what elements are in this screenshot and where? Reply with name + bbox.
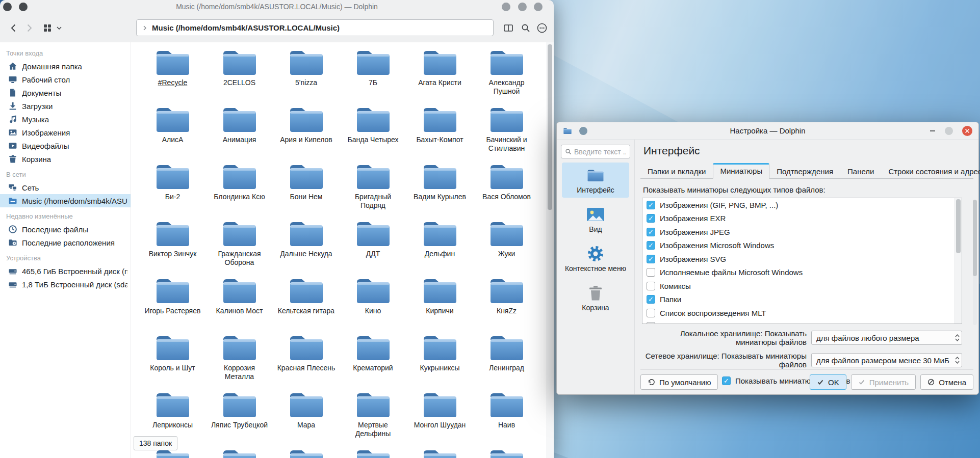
back-button[interactable] — [8, 22, 19, 34]
folder-item[interactable]: Анимация — [206, 103, 273, 160]
folder-item[interactable]: Мертвые Дельфины — [340, 389, 406, 446]
sidebar-item-recent-files[interactable]: Последние файлы — [0, 223, 131, 236]
window-dot-icon[interactable] — [534, 3, 543, 11]
folder-item[interactable]: Бригадный Подряд — [340, 160, 406, 218]
local-storage-combo[interactable]: для файлов любого размера — [811, 331, 962, 345]
folder-item[interactable]: Кино — [340, 275, 406, 332]
file-type-row[interactable] — [642, 320, 962, 325]
folder-item[interactable]: Бони Нем — [273, 160, 340, 218]
settings-category[interactable]: Интерфейс — [562, 163, 629, 198]
file-type-row[interactable]: Изображения EXR — [642, 212, 962, 226]
forward-button[interactable] — [23, 22, 35, 34]
sidebar-item-recent-locations[interactable]: Последние расположения — [0, 236, 131, 249]
file-type-row[interactable]: Изображения Microsoft Windows — [642, 239, 962, 253]
folder-item[interactable]: 7Б — [340, 46, 406, 103]
split-view-button[interactable] — [503, 22, 514, 34]
folder-item[interactable]: Гражданская Оборона — [206, 218, 273, 275]
list-scrollbar[interactable] — [955, 198, 962, 324]
folder-item[interactable] — [273, 446, 340, 458]
file-type-checkbox[interactable] — [647, 214, 655, 223]
folder-item[interactable]: Банда Четырех — [340, 103, 406, 160]
settings-tab[interactable]: Миниатюры — [713, 163, 769, 179]
content-scrollbar[interactable] — [973, 200, 977, 325]
folder-item[interactable]: Калинов Мост — [206, 275, 273, 332]
file-type-checkbox[interactable] — [647, 322, 655, 324]
folder-item[interactable]: #Recycle — [139, 46, 206, 103]
view-mode-dropdown[interactable] — [55, 22, 63, 34]
scrollbar-thumb[interactable] — [548, 44, 552, 210]
apply-button[interactable]: Применить — [851, 374, 916, 390]
folder-item[interactable]: Король и Шут — [139, 332, 206, 389]
folder-item[interactable]: Кукрыниксы — [406, 332, 473, 389]
sidebar-item-network-share[interactable]: Music (/home/dom/smb4k/ASUST… — [0, 194, 131, 207]
file-type-row[interactable]: Исполняемые файлы Microsoft Windows — [642, 266, 962, 280]
close-button[interactable] — [962, 126, 972, 136]
folder-item[interactable] — [340, 446, 406, 458]
folder-item[interactable]: Жуки — [473, 218, 540, 275]
file-type-checkbox[interactable] — [647, 268, 655, 277]
folder-item[interactable]: Наив — [473, 389, 540, 446]
window-dot-icon[interactable] — [518, 3, 527, 11]
scrollbar[interactable] — [546, 42, 554, 458]
settings-category[interactable]: Вид — [562, 202, 629, 237]
folder-item[interactable]: Вадим Курылев — [406, 160, 473, 218]
sidebar-item-drive[interactable]: 1,8 ТиБ Встроенный диск (sda1) — [0, 278, 131, 291]
window-dot-icon[interactable] — [19, 3, 28, 11]
folder-item[interactable]: Бачинский и Стиллавин — [473, 103, 540, 160]
settings-category[interactable]: Корзина — [562, 280, 629, 315]
file-type-checkbox[interactable] — [647, 282, 655, 290]
folder-item[interactable]: ДДТ — [340, 218, 406, 275]
folder-item[interactable]: Виктор Зинчук — [139, 218, 206, 275]
search-input[interactable] — [574, 148, 626, 156]
folder-item[interactable]: Би-2 — [139, 160, 206, 218]
file-type-row[interactable]: Комиксы — [642, 279, 962, 293]
folder-item[interactable]: Мара — [273, 389, 340, 446]
folder-item[interactable]: Дельфин — [406, 218, 473, 275]
search-button[interactable] — [520, 22, 531, 34]
folder-item[interactable]: Ария и Кипелов — [273, 103, 340, 160]
sidebar-item-drive[interactable]: 465,6 ГиБ Встроенный диск (nvme… — [0, 264, 131, 278]
folder-item[interactable]: 5'nizza — [273, 46, 340, 103]
minimize-button[interactable] — [930, 128, 936, 134]
folder-item[interactable]: АлисА — [139, 103, 206, 160]
settings-tab[interactable]: Папки и вкладки — [640, 165, 713, 179]
folder-item[interactable]: Монгол Шуудан — [406, 389, 473, 446]
sidebar-item-home[interactable]: Домашняя папка — [0, 60, 131, 73]
sidebar-item-network[interactable]: Сеть — [0, 181, 131, 194]
file-type-row[interactable]: Изображения (GIF, PNG, BMP, ...) — [642, 198, 962, 212]
settings-tab[interactable]: Панели — [840, 165, 881, 179]
folder-item[interactable]: Дальше Некуда — [273, 218, 340, 275]
folder-item[interactable]: 2CELLOS — [206, 46, 273, 103]
sidebar-item-desktop[interactable]: Рабочий стол — [0, 73, 131, 86]
file-type-row[interactable]: Папки — [642, 293, 962, 307]
network-storage-combo[interactable]: для файлов размером менее 30 МиБ — [811, 353, 962, 367]
settings-tab[interactable]: Строки состояния и адреса — [881, 165, 980, 179]
window-dot-icon[interactable] — [502, 3, 510, 11]
file-type-row[interactable]: Изображения JPEG — [642, 225, 962, 239]
settings-category[interactable]: Контекстное меню — [562, 241, 629, 276]
folder-item[interactable] — [206, 446, 273, 458]
content-scrollbar-thumb[interactable] — [973, 200, 977, 276]
menu-button[interactable] — [536, 22, 548, 34]
maximize-button[interactable] — [945, 127, 953, 135]
list-scrollbar-thumb[interactable] — [956, 199, 961, 253]
defaults-button[interactable]: По умолчанию — [640, 374, 718, 390]
file-type-checkbox[interactable] — [647, 241, 655, 250]
folder-item[interactable]: Красная Плесень — [273, 332, 340, 389]
sidebar-item-documents[interactable]: Документы — [0, 86, 131, 99]
folder-item[interactable]: КняZz — [473, 275, 540, 332]
file-type-checkbox[interactable] — [647, 309, 655, 317]
folder-item[interactable]: Агата Кристи — [406, 46, 473, 103]
sidebar-item-downloads[interactable]: Загрузки — [0, 99, 131, 113]
folder-item[interactable]: Бахыт-Компот — [406, 103, 473, 160]
file-type-row[interactable]: Список воспроизведения MLT — [642, 306, 962, 320]
folder-item[interactable]: Кирпичи — [406, 275, 473, 332]
sidebar-item-trash[interactable]: Корзина — [0, 152, 131, 166]
cancel-button[interactable]: Отмена — [920, 374, 973, 390]
folder-item[interactable]: Ленинград — [473, 332, 540, 389]
dialog-titlebar[interactable]: Настройка — Dolphin — [557, 122, 978, 140]
file-type-checkbox[interactable] — [647, 255, 655, 263]
folder-item[interactable] — [406, 446, 473, 458]
window-dot-icon[interactable] — [3, 3, 12, 11]
settings-tab[interactable]: Подтверждения — [769, 165, 840, 179]
